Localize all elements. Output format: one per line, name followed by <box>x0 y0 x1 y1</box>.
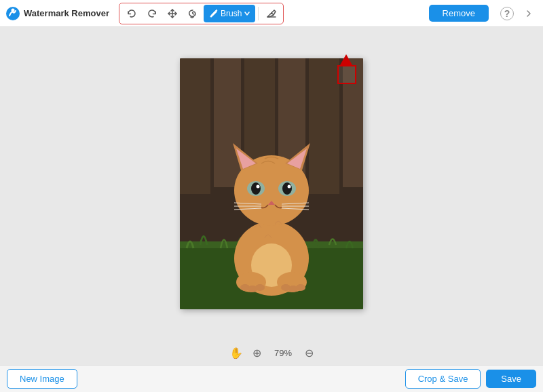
zoom-out-icon[interactable]: ⊖ <box>305 347 314 359</box>
kitten-svg <box>180 58 363 309</box>
svg-point-36 <box>255 284 265 291</box>
main-area <box>0 27 543 340</box>
app-logo: Watermark Remover <box>5 6 109 21</box>
svg-rect-4 <box>180 58 210 194</box>
header-right: ? <box>498 5 538 22</box>
move-button[interactable] <box>163 5 182 22</box>
help-button[interactable]: ? <box>498 5 516 22</box>
svg-point-22 <box>282 182 292 195</box>
app-title: Watermark Remover <box>24 8 109 18</box>
image-container <box>180 58 363 309</box>
hand-tool-icon[interactable]: ✋ <box>229 347 243 359</box>
move-icon <box>167 8 178 19</box>
lasso-button[interactable] <box>183 5 202 22</box>
undo-icon <box>126 8 137 19</box>
svg-rect-9 <box>343 58 363 187</box>
canvas-image[interactable] <box>180 58 363 309</box>
svg-rect-5 <box>214 58 241 187</box>
svg-rect-8 <box>309 58 339 194</box>
lasso-icon <box>187 8 198 19</box>
brush-button[interactable]: Brush <box>204 5 255 22</box>
zoom-level: 79% <box>271 348 295 358</box>
brush-chevron-icon <box>244 11 250 16</box>
expand-button[interactable] <box>520 5 538 22</box>
remove-button[interactable]: Remove <box>429 5 489 22</box>
help-icon: ? <box>500 7 514 20</box>
svg-point-23 <box>257 185 260 189</box>
zoom-bar: ✋ ⊕ 79% ⊖ <box>0 340 543 365</box>
logo-icon <box>5 6 20 21</box>
toolbar-group: Brush <box>119 3 284 24</box>
undo-button[interactable] <box>122 5 141 22</box>
toolbar-divider <box>258 7 259 20</box>
chevron-right-icon <box>524 9 533 18</box>
brush-icon <box>209 9 218 18</box>
zoom-in-icon[interactable]: ⊕ <box>252 347 261 359</box>
crop-save-button[interactable]: Crop & Save <box>405 369 481 389</box>
redo-button[interactable] <box>143 5 162 22</box>
save-button[interactable]: Save <box>486 370 536 388</box>
svg-point-2 <box>210 16 212 18</box>
eraser-button[interactable] <box>261 5 280 22</box>
redo-icon <box>147 8 157 19</box>
eraser-icon <box>265 8 276 19</box>
new-image-button[interactable]: New Image <box>7 369 77 389</box>
svg-point-21 <box>251 182 261 195</box>
brush-label: Brush <box>221 9 242 18</box>
footer: New Image Crop & Save Save <box>0 365 543 392</box>
svg-point-1 <box>12 8 15 12</box>
header: Watermark Remover <box>0 0 543 27</box>
svg-point-24 <box>288 185 291 189</box>
svg-point-39 <box>296 284 305 291</box>
